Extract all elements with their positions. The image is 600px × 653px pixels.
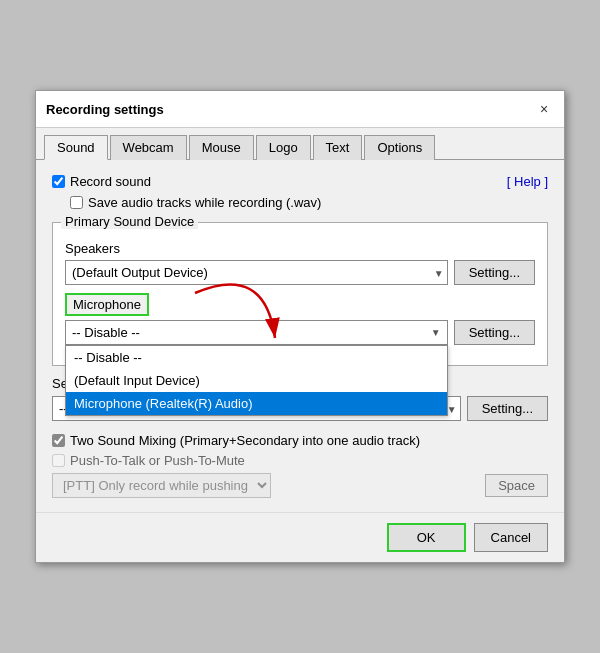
tab-content: Record sound [ Help ] Save audio tracks … (36, 160, 564, 512)
ptt-select-row: [PTT] Only record while pushing Space (52, 473, 548, 498)
primary-sound-group: Primary Sound Device Speakers (Default O… (52, 222, 548, 366)
ptt-select-wrapper-inner: [PTT] Only record while pushing (52, 473, 479, 498)
ptt-select[interactable]: [PTT] Only record while pushing (52, 473, 271, 498)
cancel-button[interactable]: Cancel (474, 523, 548, 552)
tab-webcam[interactable]: Webcam (110, 135, 187, 160)
two-sound-checkbox[interactable] (52, 434, 65, 447)
record-sound-checkbox[interactable] (52, 175, 65, 188)
two-sound-label: Two Sound Mixing (Primary+Secondary into… (70, 433, 420, 448)
close-button[interactable]: × (534, 99, 554, 119)
ptt-key: Space (485, 474, 548, 497)
title-bar: Recording settings × (36, 91, 564, 128)
dropdown-option-realtek[interactable]: Microphone (Realtek(R) Audio) (66, 392, 447, 415)
microphone-dropdown-arrow: ▼ (431, 327, 441, 338)
dropdown-option-default-input[interactable]: (Default Input Device) (66, 369, 447, 392)
speakers-select[interactable]: (Default Output Device) (65, 260, 448, 285)
help-link[interactable]: [ Help ] (507, 174, 548, 189)
footer: OK Cancel (36, 512, 564, 562)
record-sound-text: Record sound (70, 174, 151, 189)
ok-button[interactable]: OK (387, 523, 466, 552)
options-section: Two Sound Mixing (Primary+Secondary into… (52, 433, 548, 498)
ptt-row: Push-To-Talk or Push-To-Mute (52, 453, 548, 468)
tab-text[interactable]: Text (313, 135, 363, 160)
tab-bar: Sound Webcam Mouse Logo Text Options (36, 128, 564, 160)
save-audio-label[interactable]: Save audio tracks while recording (.wav) (70, 195, 321, 210)
tab-options[interactable]: Options (364, 135, 435, 160)
microphone-section: Microphone -- Disable -- ▼ -- Disable --… (65, 293, 535, 345)
ptt-label: Push-To-Talk or Push-To-Mute (70, 453, 245, 468)
save-audio-text: Save audio tracks while recording (.wav) (88, 195, 321, 210)
microphone-dropdown-row: -- Disable -- ▼ -- Disable -- (Default I… (65, 320, 535, 345)
save-audio-row: Save audio tracks while recording (.wav) (70, 195, 548, 210)
ptt-checkbox[interactable] (52, 454, 65, 467)
tab-sound[interactable]: Sound (44, 135, 108, 160)
microphone-setting-button[interactable]: Setting... (454, 320, 535, 345)
record-sound-row: Record sound [ Help ] (52, 174, 548, 189)
record-sound-label[interactable]: Record sound (52, 174, 151, 189)
tab-logo[interactable]: Logo (256, 135, 311, 160)
secondary-setting-button[interactable]: Setting... (467, 396, 548, 421)
save-audio-checkbox[interactable] (70, 196, 83, 209)
primary-sound-label: Primary Sound Device (61, 214, 198, 229)
microphone-selected-value: -- Disable -- (72, 325, 140, 340)
speakers-select-wrapper: (Default Output Device) ▼ (65, 260, 448, 285)
recording-settings-dialog: Recording settings × Sound Webcam Mouse … (35, 90, 565, 563)
speakers-setting-button[interactable]: Setting... (454, 260, 535, 285)
speakers-label: Speakers (65, 241, 535, 256)
two-sound-row: Two Sound Mixing (Primary+Secondary into… (52, 433, 548, 448)
dropdown-option-disable[interactable]: -- Disable -- (66, 346, 447, 369)
tab-mouse[interactable]: Mouse (189, 135, 254, 160)
microphone-dropdown-open: -- Disable -- (Default Input Device) Mic… (65, 345, 448, 416)
dialog-title: Recording settings (46, 102, 164, 117)
microphone-label: Microphone (65, 293, 149, 316)
speakers-row: (Default Output Device) ▼ Setting... (65, 260, 535, 285)
microphone-select-wrapper: -- Disable -- ▼ -- Disable -- (Default I… (65, 320, 448, 345)
